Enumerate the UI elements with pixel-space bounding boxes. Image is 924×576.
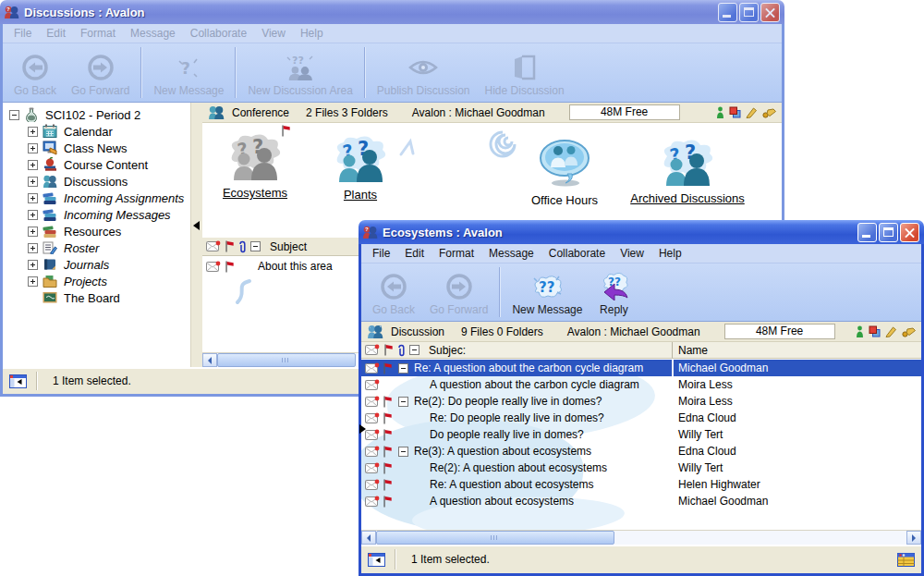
close-icon[interactable] xyxy=(900,223,919,242)
tree-item-discussions[interactable]: Discussions xyxy=(3,173,190,190)
name-column-label[interactable]: Name xyxy=(678,344,708,357)
tree-item-class-news[interactable]: Class News xyxy=(3,140,190,156)
new-message-button[interactable]: ?New Message xyxy=(152,47,225,98)
scroll-left-arrow[interactable] xyxy=(202,353,217,367)
collapse-all-box-icon[interactable] xyxy=(409,345,419,355)
go-forward-button[interactable]: Go Forward xyxy=(428,267,490,317)
scroll-left-arrow[interactable] xyxy=(361,531,376,545)
go-back-button[interactable]: Go Back xyxy=(371,267,417,317)
expand-box-icon[interactable] xyxy=(28,177,38,187)
panel-toggle-icon[interactable] xyxy=(368,553,385,567)
expand-box-icon[interactable] xyxy=(28,160,38,170)
menu-item-file[interactable]: File xyxy=(365,245,397,262)
flag-icon xyxy=(225,261,234,273)
tree-item-the-board[interactable]: The Board xyxy=(3,289,190,306)
expand-box-icon[interactable] xyxy=(28,260,38,270)
message-list-header[interactable]: Subjec: Name xyxy=(361,342,921,359)
titlebar-ecosystems[interactable]: ? Ecosystems : Avalon xyxy=(359,220,924,244)
scrollbar-thumb[interactable] xyxy=(376,531,614,545)
tree-item-incoming-assignments[interactable]: Incoming Assignments xyxy=(3,190,190,206)
area-icon-plants[interactable]: ? ? Plants xyxy=(314,134,407,202)
column-divider[interactable] xyxy=(672,342,673,358)
message-row[interactable]: Re(2): Do people really live in domes?Mo… xyxy=(361,393,921,410)
tree-item-incoming-messages[interactable]: Incoming Messages xyxy=(3,206,190,223)
reply-button[interactable]: ??Reply xyxy=(595,267,632,317)
message-row[interactable]: Re(3): A question about ecosystemsEdna C… xyxy=(361,443,921,460)
paperclip-icon xyxy=(396,344,406,357)
collapse-box-icon[interactable] xyxy=(398,447,408,457)
tree-item-resources[interactable]: Resources xyxy=(3,223,190,239)
collapse-box-icon[interactable] xyxy=(398,363,408,374)
tree-item-journals[interactable]: Journals xyxy=(3,256,190,273)
area-icon-archived-discussions[interactable]: ? ? Archived Discussions xyxy=(618,138,757,205)
minimize-icon[interactable] xyxy=(857,223,877,242)
collapse-pane-arrow-icon[interactable] xyxy=(193,221,200,230)
menu-item-collaborate[interactable]: Collaborate xyxy=(541,245,613,262)
message-row[interactable]: Re: A question about the carbon cycle di… xyxy=(361,360,921,376)
tree-item-calendar[interactable]: Calendar xyxy=(3,123,190,140)
go-back-button[interactable]: Go Back xyxy=(12,47,58,98)
panel-toggle-icon[interactable] xyxy=(9,374,27,388)
message-subject: Re(3): A question about ecosystems xyxy=(414,445,591,458)
message-row-icons xyxy=(361,462,393,474)
tree-item-label: Incoming Messages xyxy=(64,208,171,222)
menu-item-help[interactable]: Help xyxy=(293,25,331,42)
new-discussion-area-button[interactable]: ??New Discussion Area xyxy=(246,47,354,98)
expand-box-icon[interactable] xyxy=(28,127,38,137)
toolbar-group: Go BackGo Forward xyxy=(361,263,499,321)
collapse-box-icon[interactable] xyxy=(9,110,19,120)
expand-box-icon[interactable] xyxy=(28,227,38,237)
titlebar-discussions[interactable]: ? Discussions : Avalon xyxy=(0,0,784,24)
menu-item-format[interactable]: Format xyxy=(432,245,481,262)
area-icon-office-hours[interactable]: Office Hours xyxy=(513,138,616,207)
menu-item-view[interactable]: View xyxy=(613,245,651,262)
expand-box-icon[interactable] xyxy=(28,210,38,220)
collapse-all-box-icon[interactable] xyxy=(250,241,261,251)
subject-column-label[interactable]: Subjec: xyxy=(429,344,466,357)
menu-item-format[interactable]: Format xyxy=(73,25,123,42)
message-subject: Re(2): Do people really live in domes? xyxy=(414,395,602,408)
area-icon-ecosystems[interactable]: ? ? Ecosystems xyxy=(209,132,301,200)
discussions-icon xyxy=(43,174,59,189)
menu-item-file[interactable]: File xyxy=(6,25,39,42)
new-message-button[interactable]: ??New Message xyxy=(510,267,584,317)
minimize-icon[interactable] xyxy=(718,3,737,22)
tree-item-sci102-period-2[interactable]: SCI102 - Period 2 xyxy=(3,106,190,123)
scrollbar-track[interactable] xyxy=(614,531,906,545)
tree-item-roster[interactable]: Roster xyxy=(3,239,190,256)
expand-box-icon[interactable] xyxy=(28,243,38,253)
maximize-icon[interactable] xyxy=(739,3,759,22)
tree-item-course-content[interactable]: Course Content xyxy=(3,156,190,173)
message-row[interactable]: Re: A question about ecosystemsHelen Hig… xyxy=(361,476,921,493)
menu-item-collaborate[interactable]: Collaborate xyxy=(183,25,254,42)
scrollbar-thumb[interactable] xyxy=(217,353,356,367)
go-forward-button[interactable]: Go Forward xyxy=(69,47,131,98)
message-row[interactable]: Re: Do people really live in domes?Edna … xyxy=(361,410,921,426)
scroll-right-arrow[interactable] xyxy=(906,531,921,545)
message-row[interactable]: Do people really live in domes?Willy Ter… xyxy=(361,426,921,443)
tree-item-label: Discussions xyxy=(64,175,128,189)
close-icon[interactable] xyxy=(760,3,780,22)
collapse-box-icon[interactable] xyxy=(398,397,408,407)
menu-item-message[interactable]: Message xyxy=(123,25,183,42)
resources-icon xyxy=(43,224,59,239)
expand-box-icon[interactable] xyxy=(28,193,38,203)
menu-item-help[interactable]: Help xyxy=(651,245,689,262)
tree-item-projects[interactable]: Projects xyxy=(3,273,190,289)
message-row[interactable]: A question about ecosystemsMichael Goodm… xyxy=(361,493,921,509)
message-row[interactable]: A question about the carbon cycle diagra… xyxy=(361,376,921,393)
expand-box-icon[interactable] xyxy=(28,276,38,287)
maximize-icon[interactable] xyxy=(879,223,898,242)
pane-splitter[interactable] xyxy=(190,103,202,367)
expand-pane-arrow-icon[interactable] xyxy=(359,424,366,434)
message-row[interactable]: Re(2): A question about ecosystemsWilly … xyxy=(361,460,921,476)
view-grid-icon[interactable] xyxy=(897,553,915,567)
menu-item-view[interactable]: View xyxy=(254,25,293,42)
menu-item-edit[interactable]: Edit xyxy=(39,25,73,42)
publish-discussion-button[interactable]: Publish Discussion xyxy=(375,47,472,98)
hide-discussion-button[interactable]: Hide Discussion xyxy=(483,47,566,98)
menu-item-message[interactable]: Message xyxy=(481,245,541,262)
expand-box-icon[interactable] xyxy=(28,143,38,153)
menu-item-edit[interactable]: Edit xyxy=(397,245,432,262)
horizontal-scrollbar[interactable] xyxy=(361,530,921,545)
